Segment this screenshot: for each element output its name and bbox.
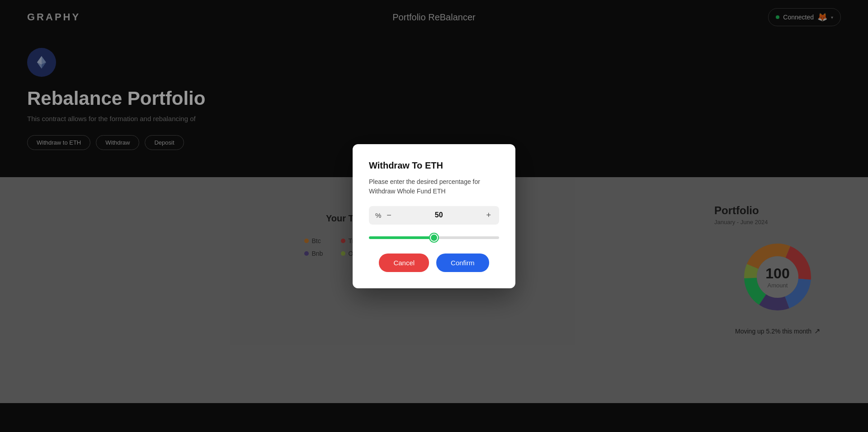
percent-symbol: % [375, 211, 381, 219]
modal-description: Please enter the desired percentage for … [369, 177, 499, 196]
cancel-button[interactable]: Cancel [379, 254, 429, 272]
percentage-input-row: % − 50 + [369, 206, 499, 225]
modal-overlay: Withdraw To ETH Please enter the desired… [0, 0, 868, 432]
modal-title: Withdraw To ETH [369, 160, 499, 171]
minus-button[interactable]: − [385, 211, 393, 220]
percentage-slider[interactable] [369, 236, 499, 239]
slider-container [369, 233, 499, 241]
modal-dialog: Withdraw To ETH Please enter the desired… [353, 144, 515, 288]
percent-value: 50 [397, 211, 481, 219]
confirm-button[interactable]: Confirm [436, 254, 489, 272]
modal-actions: Cancel Confirm [369, 254, 499, 272]
plus-button[interactable]: + [484, 211, 493, 220]
